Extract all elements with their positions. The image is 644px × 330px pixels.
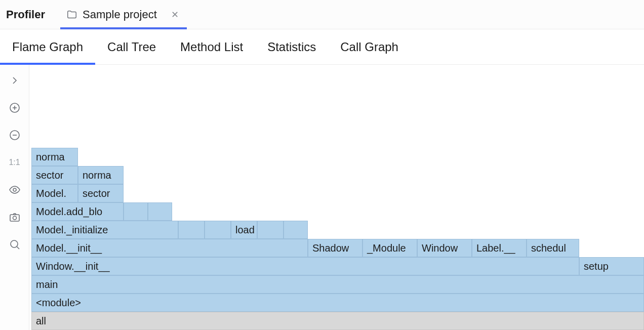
main-area: 1:1 all<module>mainWindow.__init__setupM… [0, 65, 644, 330]
sub-tab-bar: Flame Graph Call Tree Method List Statis… [0, 29, 644, 65]
tab-label: Method List [180, 40, 243, 54]
project-name: Sample project [83, 8, 157, 21]
flame-frame[interactable]: norma [31, 148, 78, 166]
tab-call-tree[interactable]: Call Tree [95, 29, 168, 64]
eye-icon[interactable] [7, 182, 22, 197]
camera-icon[interactable] [7, 210, 22, 225]
flame-frame[interactable]: Model._initialize [31, 221, 178, 239]
flame-frame[interactable] [284, 221, 308, 239]
tab-label: Call Graph [340, 40, 398, 54]
svg-rect-6 [10, 215, 19, 221]
tab-flame-graph[interactable]: Flame Graph [0, 29, 95, 64]
flame-frame[interactable] [124, 202, 148, 221]
tab-method-list[interactable]: Method List [168, 29, 255, 64]
side-rail: 1:1 [0, 65, 29, 330]
flame-frame[interactable]: Model. [31, 184, 78, 202]
zoom-reset-button[interactable]: 1:1 [7, 155, 22, 170]
expand-icon[interactable] [7, 73, 22, 88]
flame-frame[interactable]: Window.__init__ [31, 257, 579, 275]
tab-label: Call Tree [107, 40, 156, 54]
svg-point-8 [11, 240, 18, 247]
flame-frame[interactable]: Label.__ [472, 239, 527, 257]
flame-frame[interactable] [257, 221, 284, 239]
search-icon[interactable] [7, 237, 22, 252]
tab-label: Flame Graph [12, 40, 83, 54]
close-icon[interactable]: ✕ [169, 8, 181, 21]
flame-frame[interactable]: _Module [363, 239, 417, 257]
svg-point-5 [13, 188, 16, 191]
flame-frame[interactable]: all [31, 312, 644, 330]
flame-frame[interactable]: <module> [31, 294, 644, 312]
flame-frame[interactable]: sector [78, 184, 124, 202]
zoom-in-icon[interactable] [7, 100, 22, 115]
flame-frame[interactable]: schedul [527, 239, 579, 257]
tab-label: Statistics [267, 40, 316, 54]
folder-icon [66, 9, 77, 20]
flame-frame[interactable] [148, 202, 172, 221]
tab-call-graph[interactable]: Call Graph [328, 29, 411, 64]
svg-line-9 [17, 246, 19, 249]
flame-frame[interactable]: sector [31, 166, 78, 184]
project-tab[interactable]: Sample project ✕ [60, 0, 187, 29]
profiler-title: Profiler [6, 8, 60, 21]
flame-graph-stage[interactable]: all<module>mainWindow.__init__setupModel… [29, 65, 644, 330]
flame-frame[interactable]: setup [579, 257, 644, 275]
flame-frame[interactable]: load [231, 221, 257, 239]
top-bar: Profiler Sample project ✕ [0, 0, 644, 29]
flame-frame[interactable]: Model.add_blo [31, 202, 124, 221]
flame-frame[interactable]: main [31, 275, 644, 294]
tab-statistics[interactable]: Statistics [255, 29, 328, 64]
flame-frame[interactable] [178, 221, 205, 239]
flame-frame[interactable] [205, 221, 231, 239]
flame-frame[interactable]: norma [78, 166, 124, 184]
svg-point-7 [13, 216, 16, 220]
flame-frame[interactable]: Model.__init__ [31, 239, 308, 257]
zoom-out-icon[interactable] [7, 128, 22, 143]
flame-frame[interactable]: Shadow [308, 239, 363, 257]
flame-frame[interactable]: Window [417, 239, 472, 257]
